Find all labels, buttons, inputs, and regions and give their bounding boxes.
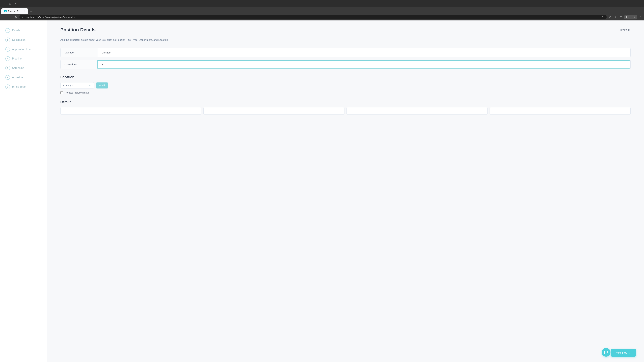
chat-button[interactable] <box>602 348 610 357</box>
sidebar-item-label-description: Description <box>12 38 26 41</box>
external-link-icon <box>628 29 630 31</box>
sidebar-item-details[interactable]: 1 Details <box>0 26 47 35</box>
operations-input[interactable] <box>102 63 626 66</box>
sidebar-item-label-screening: Screening <box>12 66 24 69</box>
address-bar[interactable]: app.breezy.hr/app/c/moodjoy/positions/ne… <box>20 15 606 19</box>
sidebar-item-hiring-team[interactable]: 7 Hiring Team <box>0 82 47 91</box>
svg-point-2 <box>626 16 627 17</box>
details-section-title: Details <box>60 100 630 104</box>
sidebar: 1 Details 2 Description 3 Application Fo… <box>0 20 47 362</box>
sidebar-item-application-form[interactable]: 3 Application Form <box>0 44 47 54</box>
sidebar-item-label-application-form: Application Form <box>12 48 32 51</box>
details-field-1[interactable] <box>60 107 202 115</box>
operations-label: Operations <box>60 60 98 69</box>
sidebar-item-description[interactable]: 2 Description <box>0 35 47 44</box>
country-placeholder: Country * <box>63 84 88 87</box>
extensions-button[interactable]: ▢ <box>608 15 613 19</box>
incognito-badge: Incognito <box>624 15 637 19</box>
location-row: Country * +Add <box>60 82 630 89</box>
split-view-button[interactable]: ◫ <box>619 15 623 19</box>
details-section: Details <box>60 100 630 115</box>
details-field-4[interactable] <box>490 107 630 115</box>
incognito-icon <box>626 16 628 18</box>
star-icon[interactable] <box>602 16 604 18</box>
browser-titlebar: − □ ✕ <box>0 0 644 7</box>
sidebar-item-screening[interactable]: 5 Screening <box>0 63 47 73</box>
sidebar-item-number-5: 5 <box>5 66 10 70</box>
next-step-label: Next Step <box>616 351 627 354</box>
sidebar-item-number-7: 7 <box>5 84 10 89</box>
preview-link[interactable]: Preview <box>619 28 630 31</box>
browser-actions: ▢ ⇓ ◫ Incognito ⋮ <box>608 15 643 19</box>
close-button[interactable]: ✕ <box>14 1 18 6</box>
tab-favicon: B <box>4 10 7 12</box>
remote-checkbox-row: Remote / Telecommute <box>60 91 630 94</box>
incognito-label: Incognito <box>628 16 636 18</box>
sidebar-item-number-3: 3 <box>5 47 10 52</box>
back-button[interactable]: ← <box>1 15 6 19</box>
tab-bar: B Breezy HR ✕ + <box>0 7 644 14</box>
sidebar-item-label-details: Details <box>12 29 20 32</box>
address-bar-row: ← → ↻ app.breezy.hr/app/c/moodjoy/positi… <box>0 14 644 20</box>
svg-marker-1 <box>602 16 604 18</box>
sidebar-item-number-6: 6 <box>5 75 10 80</box>
details-fields-row <box>60 107 630 115</box>
sidebar-item-label-advertise: Advertise <box>12 76 23 79</box>
maximize-button[interactable]: □ <box>8 1 12 6</box>
manager-row: Manager Manager <box>60 48 630 57</box>
sidebar-item-pipeline[interactable]: 4 Pipeline <box>0 54 47 63</box>
chevron-down-icon <box>89 84 91 87</box>
reload-button[interactable]: ↻ <box>14 15 18 19</box>
manager-value: Manager <box>98 48 630 57</box>
country-select[interactable]: Country * <box>60 82 94 89</box>
sidebar-item-label-hiring-team: Hiring Team <box>12 85 26 88</box>
tab-close-button[interactable]: ✕ <box>24 10 26 12</box>
download-button[interactable]: ⇓ <box>613 15 618 19</box>
operations-row: Operations <box>60 60 630 69</box>
minimize-button[interactable]: − <box>2 1 7 6</box>
sidebar-item-number-1: 1 <box>5 28 10 33</box>
sidebar-item-advertise[interactable]: 6 Advertise <box>0 73 47 82</box>
preview-label: Preview <box>619 28 627 31</box>
active-tab[interactable]: B Breezy HR ✕ <box>1 8 28 14</box>
add-location-button[interactable]: +Add <box>96 82 108 88</box>
chat-icon <box>604 350 608 354</box>
sidebar-item-number-4: 4 <box>5 56 10 61</box>
page-header: Position Details Preview <box>60 27 630 32</box>
page-description: Add the important details about your rol… <box>60 38 630 42</box>
remote-label: Remote / Telecommute <box>65 91 89 94</box>
sidebar-item-label-pipeline: Pipeline <box>12 57 22 60</box>
window-controls[interactable]: − □ ✕ <box>2 1 18 6</box>
page-title: Position Details <box>60 27 96 32</box>
lock-icon <box>22 16 24 18</box>
remote-checkbox[interactable] <box>60 91 63 94</box>
manager-label: Manager <box>60 48 98 57</box>
location-section-title: Location <box>60 75 630 79</box>
url-text: app.breezy.hr/app/c/moodjoy/positions/ne… <box>26 16 600 18</box>
new-tab-button[interactable]: + <box>29 9 34 14</box>
tab-title: Breezy HR <box>8 10 18 12</box>
app-layout: 1 Details 2 Description 3 Application Fo… <box>0 20 644 362</box>
chevron-right-icon <box>628 352 631 354</box>
forward-button[interactable]: → <box>8 15 12 19</box>
sidebar-item-number-2: 2 <box>5 37 10 42</box>
details-field-3[interactable] <box>346 107 488 115</box>
operations-input-cell[interactable] <box>98 60 630 68</box>
menu-button[interactable]: ⋮ <box>638 15 643 19</box>
svg-rect-0 <box>22 17 24 18</box>
main-content: Position Details Preview Add the importa… <box>47 20 644 362</box>
details-field-2[interactable] <box>204 107 344 115</box>
svg-line-3 <box>629 29 630 30</box>
next-step-button[interactable]: Next Step <box>611 349 636 357</box>
